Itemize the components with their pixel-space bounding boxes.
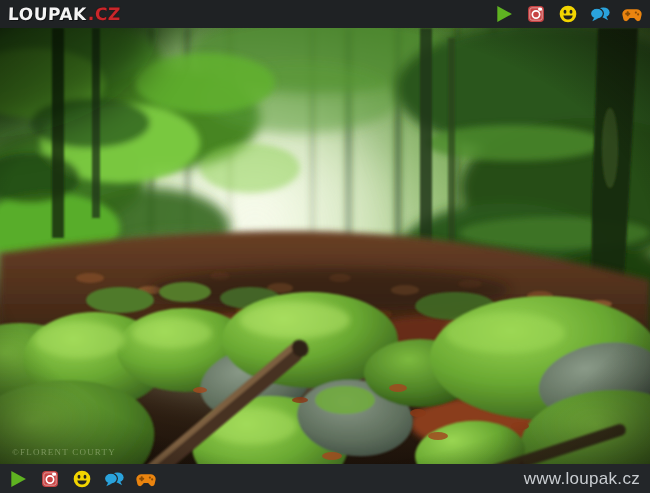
smiley-icon [72,469,92,489]
forest-photo: ©FLORENT COURTY [0,28,650,464]
bottom-nav-icons [8,469,156,489]
bottom-videos-button[interactable] [8,469,28,489]
bottom-photos-button[interactable] [40,469,60,489]
nav-fun-button[interactable] [558,4,578,24]
chat-icon [104,469,124,489]
site-url[interactable]: www.loupak.cz [524,469,640,489]
nav-games-button[interactable] [622,4,642,24]
logo-text-main: LOUPAK [8,4,87,24]
top-bar: LOUPAK .CZ [0,0,650,28]
photo-watermark: ©FLORENT COURTY [12,447,116,457]
bottom-games-button[interactable] [136,469,156,489]
gamepad-icon [622,4,642,24]
bottom-bar: www.loupak.cz [0,464,650,493]
logo-text-suffix: .CZ [87,4,120,24]
smiley-icon [558,4,578,24]
bottom-fun-button[interactable] [72,469,92,489]
gamepad-icon [136,469,156,489]
play-icon [494,4,514,24]
camera-icon [526,4,546,24]
top-nav-icons [494,4,642,24]
site-logo[interactable]: LOUPAK .CZ [8,4,120,24]
nav-photos-button[interactable] [526,4,546,24]
play-icon [8,469,28,489]
chat-icon [590,4,610,24]
nav-videos-button[interactable] [494,4,514,24]
camera-icon [40,469,60,489]
nav-chat-button[interactable] [590,4,610,24]
loupak-page: LOUPAK .CZ [0,0,650,493]
bottom-chat-button[interactable] [104,469,124,489]
